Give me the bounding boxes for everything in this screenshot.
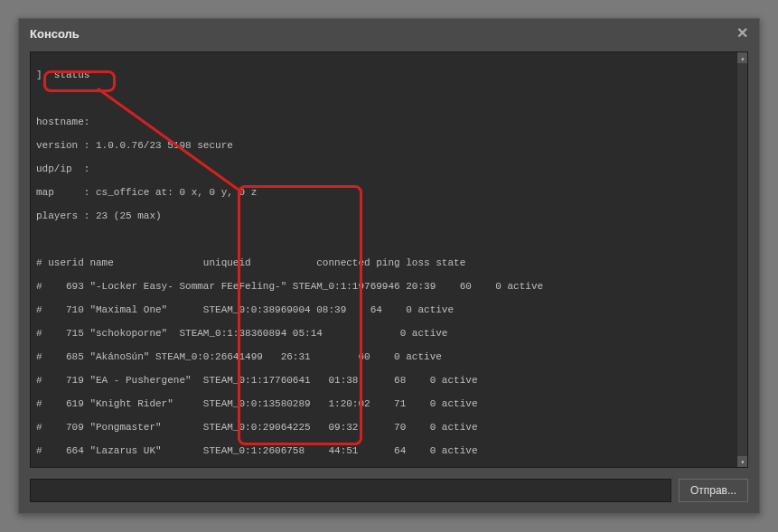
- scrollbar[interactable]: ▴ ▾: [736, 52, 747, 467]
- prompt-line: ] status: [36, 70, 742, 81]
- close-icon[interactable]: ✕: [736, 26, 748, 41]
- players-line: players : 23 (25 max): [36, 210, 742, 222]
- table-header: # userid name uniqueid connected ping lo…: [36, 257, 742, 269]
- command-input[interactable]: [30, 479, 671, 502]
- console-output[interactable]: ] status hostname: version : 1.0.0.76/23…: [30, 51, 748, 468]
- table-row: # 693 "-Locker Easy- Sommar FEeFeling-" …: [36, 281, 742, 293]
- table-row: # 619 "Knight Rider" STEAM_0:0:13580289 …: [36, 398, 742, 410]
- version-line: version : 1.0.0.76/23 5198 secure: [36, 140, 742, 152]
- blank: [36, 234, 742, 246]
- send-button[interactable]: Отправ...: [679, 479, 748, 502]
- scroll-down-icon[interactable]: ▾: [737, 456, 748, 467]
- command-row: Отправ...: [19, 471, 759, 513]
- table-row: # 715 "schokoporne" STEAM_0:1:38360894 0…: [36, 328, 742, 340]
- table-row: # 709 "Pongmaster" STEAM_0:0:29064225 09…: [36, 422, 742, 434]
- table-row: # 710 "Maximal One" STEAM_0:0:38969004 0…: [36, 304, 742, 316]
- table-row: # 685 "AkánoSún" STEAM_0:0:26641499 26:3…: [36, 351, 742, 363]
- titlebar: Консоль ✕: [19, 19, 759, 48]
- map-line: map : cs_office at: 0 x, 0 y, 0 z: [36, 187, 742, 199]
- hostname-line: hostname:: [36, 117, 742, 128]
- scroll-up-icon[interactable]: ▴: [737, 52, 748, 63]
- udp-line: udp/ip :: [36, 163, 742, 175]
- table-row: # 664 "Lazarus UK" STEAM_0:1:2606758 44:…: [36, 445, 742, 457]
- table-row: # 719 "EA - Pushergene" STEAM_0:1:177606…: [36, 375, 742, 387]
- window-title: Консоль: [30, 27, 80, 41]
- console-window: Консоль ✕ ] status hostname: version : 1…: [18, 18, 760, 514]
- blank: [36, 93, 742, 105]
